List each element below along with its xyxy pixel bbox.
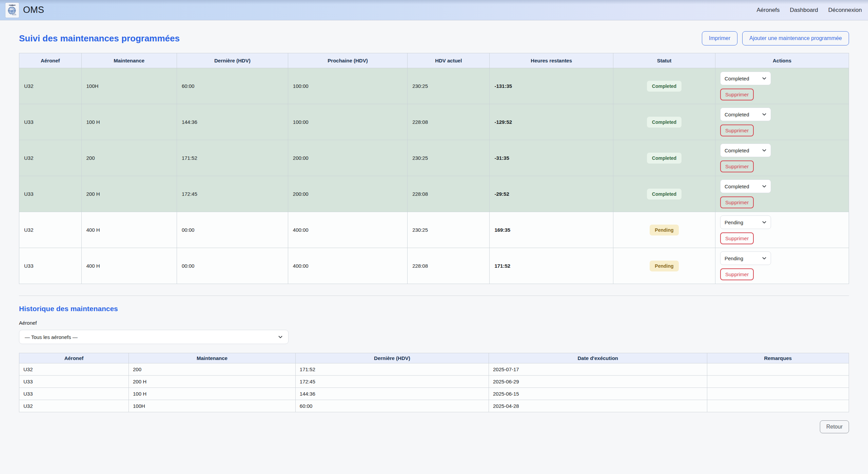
hist-cell-aircraft: U32: [19, 363, 129, 376]
hist-col-maintenance: Maintenance: [129, 353, 296, 363]
nav-link-aeronefs[interactable]: Aéronefs: [757, 7, 780, 14]
cell-actions: Pending Supprimer: [715, 248, 849, 284]
status-select-value: Completed: [725, 112, 749, 117]
add-maintenance-button[interactable]: Ajouter une maintenance programmée: [742, 31, 849, 45]
history-row: U32 100H 60:00 2025-04-28: [19, 400, 849, 412]
aircraft-filter-value: — Tous les aéronefs —: [25, 334, 78, 340]
hist-cell-remarks: [707, 376, 849, 388]
table-row: U33 400 H 00:00 400:00 228:08 171:52 Pen…: [19, 248, 849, 284]
cell-last-hdv: 171:52: [177, 140, 288, 176]
cell-remaining-hours: -29:52: [490, 176, 613, 212]
delete-button[interactable]: Supprimer: [720, 125, 754, 136]
status-select-value: Completed: [725, 184, 749, 189]
cell-actions: Completed Supprimer: [715, 140, 849, 176]
col-header-maintenance: Maintenance: [81, 53, 177, 68]
hist-cell-aircraft: U32: [19, 400, 129, 412]
hist-cell-maintenance: 200: [129, 363, 296, 376]
cell-maintenance: 400 H: [81, 248, 177, 284]
cell-maintenance: 200: [81, 140, 177, 176]
delete-button[interactable]: Supprimer: [720, 232, 754, 244]
hist-cell-date: 2025-07-17: [489, 363, 707, 376]
cell-actions: Pending Supprimer: [715, 212, 849, 248]
aircraft-filter-select[interactable]: — Tous les aéronefs —: [19, 330, 289, 344]
col-header-hdv-actuel: HDV actuel: [408, 53, 490, 68]
nav-link-deconnexion[interactable]: Déconnexion: [828, 7, 862, 14]
cell-current-hdv: 228:08: [408, 104, 490, 140]
col-header-prochaine: Prochaine (HDV): [288, 53, 407, 68]
cell-remaining-hours: 171:52: [490, 248, 613, 284]
cell-aircraft: U33: [19, 248, 82, 284]
status-badge: Completed: [647, 189, 682, 200]
table-row: U32 100H 60:00 100:00 230:25 -131:35 Com…: [19, 68, 849, 104]
cell-status: Completed: [613, 104, 715, 140]
chevron-down-icon: [278, 335, 283, 339]
delete-button[interactable]: Supprimer: [720, 268, 754, 280]
history-row: U33 100 H 144:36 2025-06-15: [19, 388, 849, 400]
col-header-derniere: Dernière (HDV): [177, 53, 288, 68]
hist-cell-maintenance: 200 H: [129, 376, 296, 388]
cell-next-hdv: 400:00: [288, 212, 407, 248]
cell-actions: Completed Supprimer: [715, 68, 849, 104]
cell-maintenance: 100H: [81, 68, 177, 104]
status-badge: Completed: [647, 153, 682, 164]
col-header-actions: Actions: [715, 53, 849, 68]
cell-maintenance: 400 H: [81, 212, 177, 248]
delete-button[interactable]: Supprimer: [720, 196, 754, 208]
print-button[interactable]: Imprimer: [702, 31, 737, 45]
cell-current-hdv: 230:25: [408, 212, 490, 248]
status-select[interactable]: Completed: [720, 72, 771, 85]
cell-status: Completed: [613, 176, 715, 212]
hist-cell-date: 2025-06-15: [489, 388, 707, 400]
cell-current-hdv: 230:25: [408, 140, 490, 176]
schedule-table: Aéronef Maintenance Dernière (HDV) Proch…: [19, 53, 849, 284]
chevron-down-icon: [762, 184, 767, 189]
status-select-value: Completed: [725, 76, 749, 81]
hist-col-aeronef: Aéronef: [19, 353, 129, 363]
cell-aircraft: U32: [19, 212, 82, 248]
cell-last-hdv: 60:00: [177, 68, 288, 104]
delete-button[interactable]: Supprimer: [720, 89, 754, 100]
cell-aircraft: U32: [19, 140, 82, 176]
status-select[interactable]: Completed: [720, 179, 771, 193]
back-button[interactable]: Retour: [820, 420, 849, 433]
cell-next-hdv: 100:00: [288, 104, 407, 140]
chevron-down-icon: [762, 76, 767, 81]
hist-cell-remarks: [707, 363, 849, 376]
status-select[interactable]: Completed: [720, 108, 771, 121]
hist-cell-last: 60:00: [295, 400, 489, 412]
title-row: Suivi des maintenances programmées Impri…: [19, 31, 849, 45]
hist-cell-last: 172:45: [295, 376, 489, 388]
col-header-statut: Statut: [613, 53, 715, 68]
hist-cell-aircraft: U33: [19, 376, 129, 388]
cell-next-hdv: 100:00: [288, 68, 407, 104]
status-select[interactable]: Pending: [720, 251, 771, 265]
hist-col-date: Date d'exécution: [489, 353, 707, 363]
table-row: U33 200 H 172:45 200:00 228:08 -29:52 Co…: [19, 176, 849, 212]
status-select[interactable]: Pending: [720, 215, 771, 229]
chevron-down-icon: [762, 112, 767, 117]
history-title: Historique des maintenances: [19, 305, 849, 313]
history-header-row: Aéronef Maintenance Dernière (HDV) Date …: [19, 353, 849, 363]
history-table: Aéronef Maintenance Dernière (HDV) Date …: [19, 353, 849, 412]
cell-aircraft: U32: [19, 68, 82, 104]
cell-last-hdv: 144:36: [177, 104, 288, 140]
cell-remaining-hours: -31:35: [490, 140, 613, 176]
hist-cell-maintenance: 100 H: [129, 388, 296, 400]
cell-remaining-hours: -131:35: [490, 68, 613, 104]
section-divider: [19, 296, 849, 296]
cell-maintenance: 100 H: [81, 104, 177, 140]
nav-link-dashboard[interactable]: Dashboard: [790, 7, 818, 14]
cell-remaining-hours: -129:52: [490, 104, 613, 140]
hist-cell-remarks: [707, 388, 849, 400]
delete-button[interactable]: Supprimer: [720, 160, 754, 172]
page-title: Suivi des maintenances programmées: [19, 33, 180, 44]
status-select-value: Completed: [725, 148, 749, 153]
status-select[interactable]: Completed: [720, 144, 771, 157]
cell-maintenance: 200 H: [81, 176, 177, 212]
cell-actions: Completed Supprimer: [715, 176, 849, 212]
schedule-header-row: Aéronef Maintenance Dernière (HDV) Proch…: [19, 53, 849, 68]
hist-cell-last: 171:52: [295, 363, 489, 376]
status-badge: Pending: [650, 261, 678, 271]
table-row: U33 100 H 144:36 100:00 228:08 -129:52 C…: [19, 104, 849, 140]
chevron-down-icon: [762, 220, 767, 225]
